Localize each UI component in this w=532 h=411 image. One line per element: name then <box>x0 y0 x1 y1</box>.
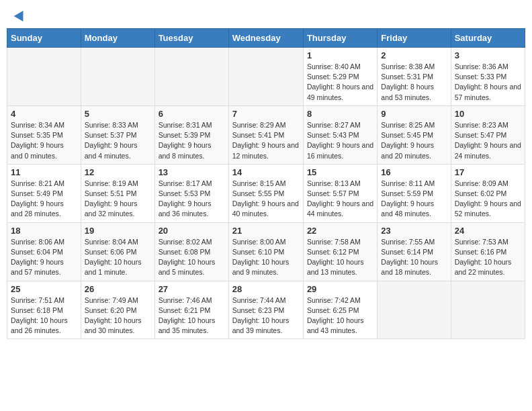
day-number: 11 <box>11 167 77 177</box>
day-of-week-header: Tuesday <box>154 29 228 48</box>
day-number: 6 <box>159 109 225 119</box>
day-of-week-header: Saturday <box>451 29 525 48</box>
calendar-day-cell: 25Sunrise: 7:51 AM Sunset: 6:18 PM Dayli… <box>7 281 81 339</box>
calendar-header-row: SundayMondayTuesdayWednesdayThursdayFrid… <box>7 29 525 48</box>
day-info: Sunrise: 7:58 AM Sunset: 6:12 PM Dayligh… <box>307 237 373 278</box>
day-info: Sunrise: 7:55 AM Sunset: 6:14 PM Dayligh… <box>381 237 447 278</box>
day-info: Sunrise: 8:11 AM Sunset: 5:59 PM Dayligh… <box>381 179 447 220</box>
day-of-week-header: Wednesday <box>228 29 303 48</box>
day-info: Sunrise: 8:04 AM Sunset: 6:06 PM Dayligh… <box>85 237 151 278</box>
day-info: Sunrise: 8:40 AM Sunset: 5:29 PM Dayligh… <box>307 62 373 103</box>
day-number: 7 <box>232 109 300 119</box>
calendar-day-cell: 20Sunrise: 8:02 AM Sunset: 6:08 PM Dayli… <box>154 222 228 281</box>
day-info: Sunrise: 8:02 AM Sunset: 6:08 PM Dayligh… <box>159 237 225 278</box>
day-of-week-header: Monday <box>81 29 154 48</box>
calendar-day-cell: 3Sunrise: 8:36 AM Sunset: 5:33 PM Daylig… <box>451 48 525 106</box>
calendar-day-cell: 12Sunrise: 8:19 AM Sunset: 5:51 PM Dayli… <box>81 164 154 222</box>
calendar-table: SundayMondayTuesdayWednesdayThursdayFrid… <box>7 28 525 339</box>
calendar-day-cell: 17Sunrise: 8:09 AM Sunset: 6:02 PM Dayli… <box>451 164 525 222</box>
day-info: Sunrise: 8:13 AM Sunset: 5:57 PM Dayligh… <box>307 179 373 220</box>
day-info: Sunrise: 8:15 AM Sunset: 5:55 PM Dayligh… <box>232 179 300 220</box>
logo <box>13 10 26 19</box>
day-info: Sunrise: 8:38 AM Sunset: 5:31 PM Dayligh… <box>381 62 447 103</box>
calendar-day-cell: 13Sunrise: 8:17 AM Sunset: 5:53 PM Dayli… <box>154 164 228 222</box>
calendar-week-row: 1Sunrise: 8:40 AM Sunset: 5:29 PM Daylig… <box>7 48 525 106</box>
day-info: Sunrise: 8:36 AM Sunset: 5:33 PM Dayligh… <box>455 62 521 103</box>
day-number: 2 <box>381 50 447 60</box>
calendar-day-cell: 22Sunrise: 7:58 AM Sunset: 6:12 PM Dayli… <box>303 222 377 281</box>
day-of-week-header: Friday <box>378 29 451 48</box>
calendar-day-cell: 26Sunrise: 7:49 AM Sunset: 6:20 PM Dayli… <box>81 281 154 339</box>
calendar-day-cell <box>228 48 303 106</box>
calendar-day-cell: 15Sunrise: 8:13 AM Sunset: 5:57 PM Dayli… <box>303 164 377 222</box>
day-number: 9 <box>381 109 447 119</box>
day-info: Sunrise: 8:09 AM Sunset: 6:02 PM Dayligh… <box>455 179 521 220</box>
calendar-day-cell: 28Sunrise: 7:44 AM Sunset: 6:23 PM Dayli… <box>228 281 303 339</box>
day-number: 28 <box>232 284 300 294</box>
day-number: 25 <box>11 284 77 294</box>
calendar-day-cell <box>154 48 228 106</box>
day-info: Sunrise: 8:33 AM Sunset: 5:37 PM Dayligh… <box>85 120 151 161</box>
day-number: 17 <box>455 167 521 177</box>
day-number: 10 <box>455 109 521 119</box>
day-info: Sunrise: 8:17 AM Sunset: 5:53 PM Dayligh… <box>159 179 225 220</box>
day-info: Sunrise: 8:06 AM Sunset: 6:04 PM Dayligh… <box>11 237 77 278</box>
calendar-day-cell: 24Sunrise: 7:53 AM Sunset: 6:16 PM Dayli… <box>451 222 525 281</box>
calendar-day-cell: 4Sunrise: 8:34 AM Sunset: 5:35 PM Daylig… <box>7 105 81 164</box>
day-info: Sunrise: 7:44 AM Sunset: 6:23 PM Dayligh… <box>232 295 300 336</box>
calendar-day-cell: 29Sunrise: 7:42 AM Sunset: 6:25 PM Dayli… <box>303 281 377 339</box>
day-info: Sunrise: 8:34 AM Sunset: 5:35 PM Dayligh… <box>11 120 77 161</box>
day-of-week-header: Sunday <box>7 29 81 48</box>
calendar-day-cell: 10Sunrise: 8:23 AM Sunset: 5:47 PM Dayli… <box>451 105 525 164</box>
calendar-day-cell: 7Sunrise: 8:29 AM Sunset: 5:41 PM Daylig… <box>228 105 303 164</box>
day-info: Sunrise: 8:21 AM Sunset: 5:49 PM Dayligh… <box>11 179 77 220</box>
day-info: Sunrise: 8:27 AM Sunset: 5:43 PM Dayligh… <box>307 120 373 161</box>
calendar-day-cell <box>7 48 81 106</box>
logo-triangle-icon <box>14 8 28 21</box>
day-number: 24 <box>455 226 521 236</box>
day-info: Sunrise: 7:51 AM Sunset: 6:18 PM Dayligh… <box>11 295 77 336</box>
calendar-day-cell: 21Sunrise: 8:00 AM Sunset: 6:10 PM Dayli… <box>228 222 303 281</box>
day-number: 20 <box>159 226 225 236</box>
calendar-week-row: 25Sunrise: 7:51 AM Sunset: 6:18 PM Dayli… <box>7 281 525 339</box>
day-info: Sunrise: 8:29 AM Sunset: 5:41 PM Dayligh… <box>232 120 300 161</box>
day-number: 12 <box>85 167 151 177</box>
calendar-day-cell: 5Sunrise: 8:33 AM Sunset: 5:37 PM Daylig… <box>81 105 154 164</box>
day-info: Sunrise: 8:23 AM Sunset: 5:47 PM Dayligh… <box>455 120 521 161</box>
calendar-day-cell <box>81 48 154 106</box>
day-number: 16 <box>381 167 447 177</box>
day-number: 26 <box>85 284 151 294</box>
calendar-day-cell: 23Sunrise: 7:55 AM Sunset: 6:14 PM Dayli… <box>378 222 451 281</box>
page-header <box>7 7 525 23</box>
calendar-day-cell: 2Sunrise: 8:38 AM Sunset: 5:31 PM Daylig… <box>378 48 451 106</box>
day-info: Sunrise: 7:42 AM Sunset: 6:25 PM Dayligh… <box>307 295 373 336</box>
day-info: Sunrise: 8:00 AM Sunset: 6:10 PM Dayligh… <box>232 237 300 278</box>
day-number: 13 <box>159 167 225 177</box>
day-number: 4 <box>11 109 77 119</box>
day-number: 19 <box>85 226 151 236</box>
day-number: 23 <box>381 226 447 236</box>
day-info: Sunrise: 7:53 AM Sunset: 6:16 PM Dayligh… <box>455 237 521 278</box>
day-number: 15 <box>307 167 373 177</box>
day-number: 21 <box>232 226 300 236</box>
day-info: Sunrise: 8:31 AM Sunset: 5:39 PM Dayligh… <box>159 120 225 161</box>
day-of-week-header: Thursday <box>303 29 377 48</box>
calendar-day-cell: 9Sunrise: 8:25 AM Sunset: 5:45 PM Daylig… <box>378 105 451 164</box>
calendar-day-cell: 18Sunrise: 8:06 AM Sunset: 6:04 PM Dayli… <box>7 222 81 281</box>
calendar-day-cell: 1Sunrise: 8:40 AM Sunset: 5:29 PM Daylig… <box>303 48 377 106</box>
calendar-day-cell <box>451 281 525 339</box>
day-info: Sunrise: 8:25 AM Sunset: 5:45 PM Dayligh… <box>381 120 447 161</box>
calendar-day-cell: 16Sunrise: 8:11 AM Sunset: 5:59 PM Dayli… <box>378 164 451 222</box>
calendar-day-cell: 14Sunrise: 8:15 AM Sunset: 5:55 PM Dayli… <box>228 164 303 222</box>
day-info: Sunrise: 7:49 AM Sunset: 6:20 PM Dayligh… <box>85 295 151 336</box>
calendar-week-row: 4Sunrise: 8:34 AM Sunset: 5:35 PM Daylig… <box>7 105 525 164</box>
day-number: 18 <box>11 226 77 236</box>
day-number: 22 <box>307 226 373 236</box>
calendar-day-cell <box>378 281 451 339</box>
day-number: 14 <box>232 167 300 177</box>
day-info: Sunrise: 8:19 AM Sunset: 5:51 PM Dayligh… <box>85 179 151 220</box>
day-number: 5 <box>85 109 151 119</box>
calendar-day-cell: 6Sunrise: 8:31 AM Sunset: 5:39 PM Daylig… <box>154 105 228 164</box>
day-number: 27 <box>159 284 225 294</box>
day-info: Sunrise: 7:46 AM Sunset: 6:21 PM Dayligh… <box>159 295 225 336</box>
